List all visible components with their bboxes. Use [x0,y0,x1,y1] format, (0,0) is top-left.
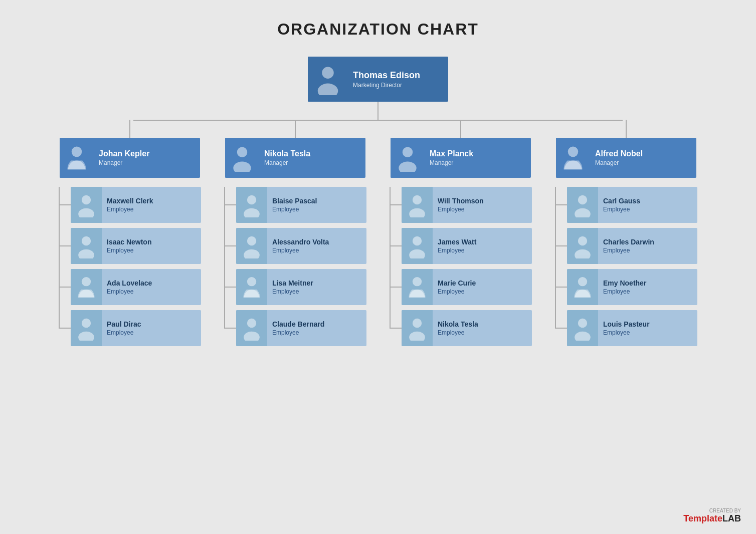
emp-avatar-0-1 [71,228,102,264]
manager-avatar-icon-3 [559,144,587,172]
emp-name-2-3: Nikola Tesla [438,320,478,328]
emp-vert-bar-0 [59,187,60,328]
emp-row-2-1: James Watt Employee [402,228,532,264]
managers-row: Johan Kepler Manager [52,120,704,351]
emp-vert-bar-2 [390,187,391,328]
director-avatar [308,57,348,102]
emp-role-3-1: Employee [603,247,654,254]
emp-avatar-0-0 [71,187,102,223]
emp-row-0-2: Ada Lovelace Employee [71,269,201,305]
manager-role-1: Manager [264,159,310,166]
watermark-brand: TemplateLAB [683,513,741,524]
vert-connector-director [377,102,379,120]
emp-info-0-1: Isaac Newton Employee [102,238,156,254]
manager-role-3: Manager [595,159,643,166]
manager-role-0: Manager [99,159,149,166]
manager-info-0: Johan Kepler Manager [94,149,154,166]
emp-row-3-0: Carl Gauss Employee [567,187,697,223]
emp-info-0-3: Paul Dirac Employee [102,320,146,336]
emp-horiz-0-0 [59,204,71,205]
emp-name-1-0: Blaise Pascal [272,197,317,205]
emp-card-2-0: Will Thomson Employee [402,187,532,223]
emp-vert-bar-1 [224,187,225,328]
manager-col-2: Max Planck Manager Will Thomson Employee [383,120,538,351]
manager-info-1: Nikola Tesla Manager [259,149,315,166]
emp-card-3-2: Emy Noether Employee [567,269,697,305]
emp-row-1-1: Alessandro Volta Employee [236,228,366,264]
emp-info-0-0: Maxwell Clerk Employee [102,197,158,213]
emp-horiz-0-2 [59,287,71,288]
director-card: Thomas Edison Marketing Director [308,57,448,102]
emp-role-0-1: Employee [107,247,151,254]
emp-role-0-3: Employee [107,329,141,336]
emp-row-0-3: Paul Dirac Employee [71,310,201,346]
emp-avatar-icon-2-1 [405,233,430,258]
manager-avatar-1 [225,138,259,178]
employees-2: Will Thomson Employee James Watt Employe… [390,187,532,351]
emp-name-3-2: Emy Noether [603,279,646,287]
manager-card-1: Nikola Tesla Manager [225,138,365,178]
manager-col-0: Johan Kepler Manager [52,120,208,351]
emp-avatar-icon-3-3 [570,316,595,341]
emp-role-1-2: Employee [272,288,313,295]
emp-row-2-0: Will Thomson Employee [402,187,532,223]
emp-avatar-icon-3-2 [570,275,595,300]
emp-avatar-icon-1-3 [239,316,264,341]
employees-0: Maxwell Clerk Employee Isaac N [59,187,201,351]
emp-info-0-2: Ada Lovelace Employee [102,279,157,295]
emp-role-3-0: Employee [603,206,640,213]
emp-row-3-3: Louis Pasteur Employee [567,310,697,346]
emp-avatar-icon-2-0 [405,192,430,217]
emp-card-1-3: Claude Bernard Employee [236,310,366,346]
emp-row-0-1: Isaac Newton Employee [71,228,201,264]
emp-avatar-icon-1-2 [239,275,264,300]
emp-name-1-2: Lisa Meitner [272,279,313,287]
director-name: Thomas Edison [353,70,420,81]
emp-avatar-0-3 [71,310,102,346]
vert-up-1 [295,120,296,138]
emp-role-1-3: Employee [272,329,324,336]
emp-avatar-icon-0-0 [74,192,99,217]
org-chart: Thomas Edison Marketing Director [17,57,739,351]
manager-avatar-icon-2 [394,144,422,172]
emp-name-2-0: Will Thomson [438,197,484,205]
manager-col-3: Alfred Nobel Manager Carl Gauss Employee [548,120,704,351]
emp-card-2-1: James Watt Employee [402,228,532,264]
emp-card-3-1: Charles Darwin Employee [567,228,697,264]
emp-avatar-icon-3-1 [570,233,595,258]
emp-name-1-3: Claude Bernard [272,320,324,328]
page-title: ORGANIZATION CHART [277,20,479,39]
emp-role-0-2: Employee [107,288,152,295]
manager-card-0: Johan Kepler Manager [60,138,200,178]
emp-row-2-3: Nikola Tesla Employee [402,310,532,346]
emp-avatar-icon-2-2 [405,275,430,300]
emp-card-1-0: Blaise Pascal Employee [236,187,366,223]
emp-avatar-icon-2-3 [405,316,430,341]
emp-row-1-2: Lisa Meitner Employee [236,269,366,305]
manager-name-0: Johan Kepler [99,149,149,158]
emp-row-0-0: Maxwell Clerk Employee [71,187,201,223]
manager-avatar-0 [60,138,94,178]
manager-avatar-icon-1 [228,144,256,172]
emp-row-1-3: Claude Bernard Employee [236,310,366,346]
emp-role-2-1: Employee [438,247,476,254]
vert-up-3 [626,120,627,138]
watermark-brand-red: Template [683,513,722,523]
manager-card-3: Alfred Nobel Manager [556,138,696,178]
emp-row-2-2: Marie Curie Employee [402,269,532,305]
emp-name-3-0: Carl Gauss [603,197,640,205]
emp-role-2-2: Employee [438,288,476,295]
director-avatar-icon [312,63,344,95]
emp-horiz-0-1 [59,245,71,246]
director-info: Thomas Edison Marketing Director [348,70,425,89]
emp-avatar-icon-1-1 [239,233,264,258]
emp-avatar-icon-0-3 [74,316,99,341]
emp-avatar-icon-0-2 [74,275,99,300]
emp-name-3-3: Louis Pasteur [603,320,650,328]
emp-card-3-0: Carl Gauss Employee [567,187,697,223]
vert-up-0 [129,120,130,138]
emp-name-0-3: Paul Dirac [107,320,141,328]
emp-card-1-1: Alessandro Volta Employee [236,228,366,264]
emp-vert-bar-3 [555,187,556,328]
employees-1: Blaise Pascal Employee Alessandro Volta … [224,187,366,351]
